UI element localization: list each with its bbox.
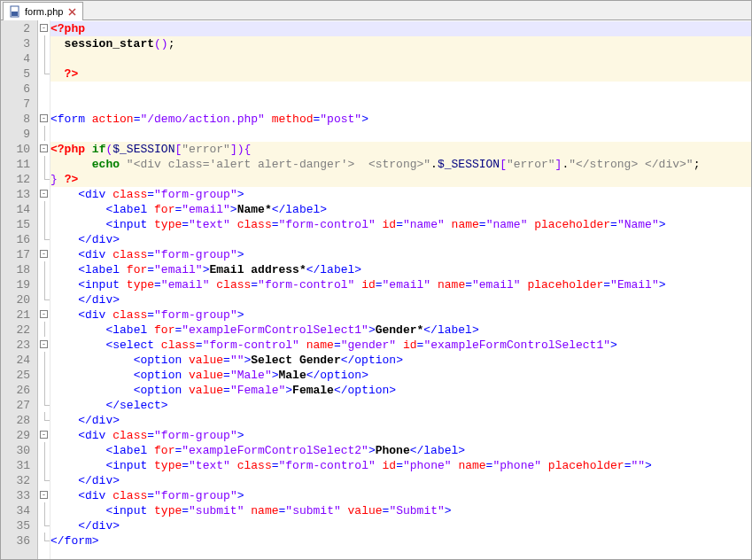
fold-cell[interactable]: -: [38, 111, 50, 126]
fold-cell: [38, 35, 50, 51]
code-line[interactable]: <div class="form-group">: [50, 307, 751, 323]
code-line[interactable]: <input type="submit" name="submit" value…: [50, 503, 751, 518]
code-line[interactable]: </div>: [50, 518, 751, 533]
fold-cell: [38, 472, 50, 487]
code-line[interactable]: <select class="form-control" name="gende…: [50, 338, 751, 353]
fold-cell[interactable]: -: [38, 307, 50, 322]
fold-toggle-icon[interactable]: -: [40, 144, 48, 152]
code-line[interactable]: [50, 97, 751, 112]
code-line[interactable]: [50, 127, 751, 142]
line-number: 15: [1, 217, 37, 232]
code-line[interactable]: <label for="email">Email address*</label…: [50, 262, 751, 277]
line-number: 4: [1, 51, 37, 66]
code-line[interactable]: <form action="/demo/action.php" method="…: [50, 112, 751, 127]
fold-cell: [38, 51, 50, 66]
php-file-icon: [9, 5, 21, 18]
fold-cell[interactable]: -: [38, 20, 50, 35]
code-line[interactable]: <option value="Male">Male</option>: [50, 368, 751, 383]
code-content[interactable]: <?php session_start(); ?><form action="/…: [50, 20, 751, 559]
code-line[interactable]: <div class="form-group">: [50, 247, 751, 262]
fold-toggle-icon[interactable]: -: [40, 431, 48, 439]
code-line[interactable]: <div class="form-group">: [50, 428, 751, 443]
line-number: 11: [1, 157, 37, 172]
code-line[interactable]: </div>: [50, 232, 751, 247]
line-number-gutter: 2345678910111213141516171819202122232425…: [1, 20, 38, 559]
line-number: 36: [1, 533, 37, 548]
fold-cell[interactable]: -: [38, 186, 50, 201]
fold-toggle-icon[interactable]: -: [40, 190, 48, 198]
code-line[interactable]: <?php: [50, 21, 751, 36]
fold-toggle-icon[interactable]: -: [40, 310, 48, 318]
code-line[interactable]: <input type="text" class="form-control" …: [50, 217, 751, 232]
code-line[interactable]: echo "<div class='alert alert-danger'> <…: [50, 157, 751, 172]
code-line[interactable]: </div>: [50, 292, 751, 307]
line-number: 6: [1, 82, 37, 97]
line-number: 10: [1, 142, 37, 157]
fold-cell: [38, 322, 50, 337]
line-number: 32: [1, 473, 37, 488]
file-tab[interactable]: form.php: [3, 2, 83, 20]
fold-cell: [38, 126, 50, 141]
line-number: 2: [1, 21, 37, 36]
code-line[interactable]: <input type="text" class="form-control" …: [50, 458, 751, 473]
close-icon[interactable]: [66, 6, 77, 17]
line-number: 12: [1, 172, 37, 187]
code-line[interactable]: <input type="email" class="form-control"…: [50, 277, 751, 292]
fold-cell[interactable]: -: [38, 141, 50, 156]
fold-cell: [38, 517, 50, 533]
line-number: 27: [1, 398, 37, 413]
code-line[interactable]: <label for="exampleFormControlSelect2">P…: [50, 443, 751, 458]
fold-toggle-icon[interactable]: -: [40, 250, 48, 258]
code-line[interactable]: } ?>: [50, 172, 751, 187]
fold-toggle-icon[interactable]: -: [40, 24, 48, 32]
fold-cell: [38, 96, 50, 111]
fold-cell[interactable]: -: [38, 337, 50, 352]
code-line[interactable]: <?php if($_SESSION["error"]){: [50, 142, 751, 157]
code-line[interactable]: <div class="form-group">: [50, 187, 751, 202]
code-line[interactable]: [50, 51, 751, 66]
code-line[interactable]: <label for="exampleFormControlSelect1">G…: [50, 323, 751, 338]
fold-toggle-icon[interactable]: -: [40, 491, 48, 499]
code-line[interactable]: <option value="Female">Female</option>: [50, 383, 751, 398]
line-number: 30: [1, 443, 37, 458]
line-number: 33: [1, 488, 37, 503]
code-line[interactable]: </form>: [50, 533, 751, 548]
fold-toggle-icon[interactable]: -: [40, 340, 48, 348]
line-number: 29: [1, 428, 37, 443]
fold-cell: [38, 276, 50, 292]
code-line[interactable]: </select>: [50, 398, 751, 413]
fold-cell: [38, 352, 50, 367]
fold-cell: [38, 382, 50, 397]
line-number: 3: [1, 36, 37, 51]
code-line[interactable]: ?>: [50, 66, 751, 82]
code-line[interactable]: </div>: [50, 413, 751, 428]
fold-cell: [38, 261, 50, 276]
fold-cell: [38, 397, 50, 412]
code-line[interactable]: </div>: [50, 473, 751, 488]
line-number: 24: [1, 353, 37, 368]
fold-cell[interactable]: -: [38, 246, 50, 261]
editor-container: form.php 2345678910111213141516171819202…: [0, 0, 752, 560]
fold-cell: [38, 201, 50, 216]
code-line[interactable]: session_start();: [50, 36, 751, 51]
fold-cell[interactable]: -: [38, 487, 50, 502]
code-area[interactable]: 2345678910111213141516171819202122232425…: [1, 20, 751, 559]
fold-cell: [38, 412, 50, 427]
fold-cell[interactable]: -: [38, 427, 50, 442]
code-line[interactable]: <div class="form-group">: [50, 488, 751, 503]
line-number: 18: [1, 262, 37, 277]
line-number: 34: [1, 503, 37, 518]
line-number: 28: [1, 413, 37, 428]
fold-cell: [38, 231, 50, 246]
fold-cell: [38, 156, 50, 171]
line-number: 9: [1, 127, 37, 142]
line-number: 20: [1, 292, 37, 307]
fold-cell: [38, 457, 50, 472]
line-number: 23: [1, 338, 37, 353]
code-line[interactable]: <label for="email">Name*</label>: [50, 202, 751, 217]
code-line[interactable]: [50, 82, 751, 97]
line-number: 8: [1, 112, 37, 127]
fold-cell: [38, 442, 50, 457]
fold-toggle-icon[interactable]: -: [40, 114, 48, 122]
code-line[interactable]: <option value="">Select Gender</option>: [50, 353, 751, 368]
